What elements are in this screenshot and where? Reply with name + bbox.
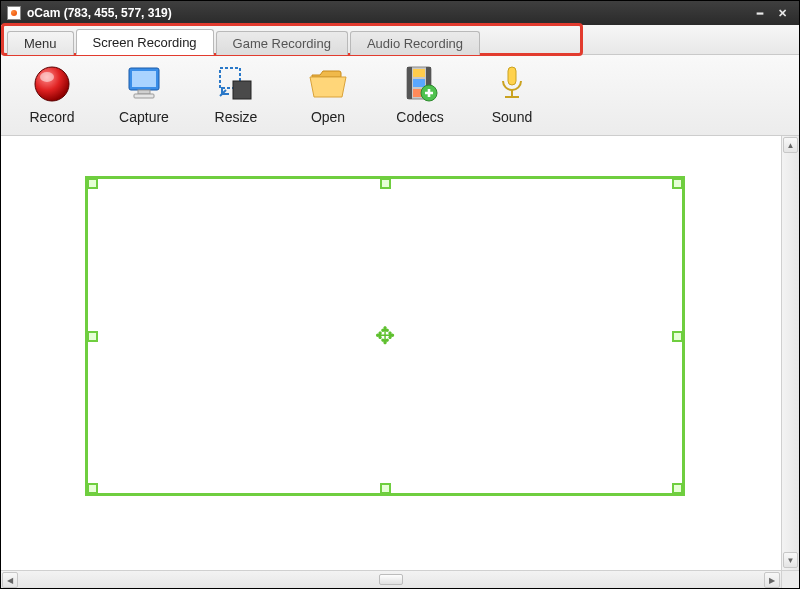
handle-sw[interactable] (87, 483, 98, 494)
sound-button[interactable]: Sound (479, 63, 545, 125)
minimize-button[interactable] (749, 5, 771, 21)
handle-nw[interactable] (87, 178, 98, 189)
hscroll-thumb[interactable] (379, 574, 403, 585)
handle-s[interactable] (380, 483, 391, 494)
tab-audio-recording[interactable]: Audio Recording (350, 31, 480, 55)
codecs-icon (399, 63, 441, 105)
svg-rect-9 (407, 67, 412, 99)
tab-game-label: Game Recording (233, 36, 331, 51)
svg-rect-3 (132, 71, 156, 87)
tab-menu-label: Menu (24, 36, 57, 51)
scroll-down-button[interactable]: ▼ (783, 552, 798, 568)
app-window: oCam (783, 455, 577, 319) Menu Screen Re… (0, 0, 800, 589)
svg-point-1 (40, 72, 54, 82)
sound-label: Sound (492, 109, 532, 125)
handle-se[interactable] (672, 483, 683, 494)
svg-rect-12 (413, 79, 425, 87)
svg-rect-5 (134, 94, 154, 98)
toolbar: Record Capture (1, 55, 799, 136)
record-label: Record (29, 109, 74, 125)
tab-audio-label: Audio Recording (367, 36, 463, 51)
resize-label: Resize (215, 109, 258, 125)
workspace: ✥ ▲ ▼ ◀ ▶ (1, 136, 799, 588)
monitor-icon (123, 63, 165, 105)
codecs-button[interactable]: Codecs (387, 63, 453, 125)
tab-game-recording[interactable]: Game Recording (216, 31, 348, 55)
scroll-corner (781, 570, 799, 588)
resize-button[interactable]: Resize (203, 63, 269, 125)
close-button[interactable] (771, 5, 793, 21)
svg-point-0 (35, 67, 69, 101)
app-icon (7, 6, 21, 20)
handle-n[interactable] (380, 178, 391, 189)
svg-rect-11 (413, 69, 425, 77)
handle-ne[interactable] (672, 178, 683, 189)
tab-bar: Menu Screen Recording Game Recording Aud… (1, 25, 799, 55)
handle-w[interactable] (87, 331, 98, 342)
codecs-label: Codecs (396, 109, 443, 125)
record-button[interactable]: Record (19, 63, 85, 125)
move-icon: ✥ (375, 324, 395, 348)
resize-icon (215, 63, 257, 105)
canvas[interactable]: ✥ (1, 136, 781, 570)
svg-rect-15 (508, 67, 516, 85)
svg-rect-7 (233, 81, 251, 99)
capture-region[interactable]: ✥ (85, 176, 685, 496)
titlebar[interactable]: oCam (783, 455, 577, 319) (1, 1, 799, 25)
open-button[interactable]: Open (295, 63, 361, 125)
microphone-icon (491, 63, 533, 105)
svg-rect-4 (138, 90, 150, 94)
horizontal-scrollbar[interactable]: ◀ ▶ (1, 570, 781, 588)
open-label: Open (311, 109, 345, 125)
vertical-scrollbar[interactable]: ▲ ▼ (781, 136, 799, 570)
capture-button[interactable]: Capture (111, 63, 177, 125)
folder-icon (307, 63, 349, 105)
scroll-left-button[interactable]: ◀ (2, 572, 18, 588)
window-title: oCam (783, 455, 577, 319) (27, 6, 172, 20)
scroll-right-button[interactable]: ▶ (764, 572, 780, 588)
tab-menu[interactable]: Menu (7, 31, 74, 55)
record-icon (31, 63, 73, 105)
handle-e[interactable] (672, 331, 683, 342)
capture-label: Capture (119, 109, 169, 125)
scroll-up-button[interactable]: ▲ (783, 137, 798, 153)
tab-screen-recording[interactable]: Screen Recording (76, 29, 214, 55)
tab-screen-label: Screen Recording (93, 35, 197, 50)
